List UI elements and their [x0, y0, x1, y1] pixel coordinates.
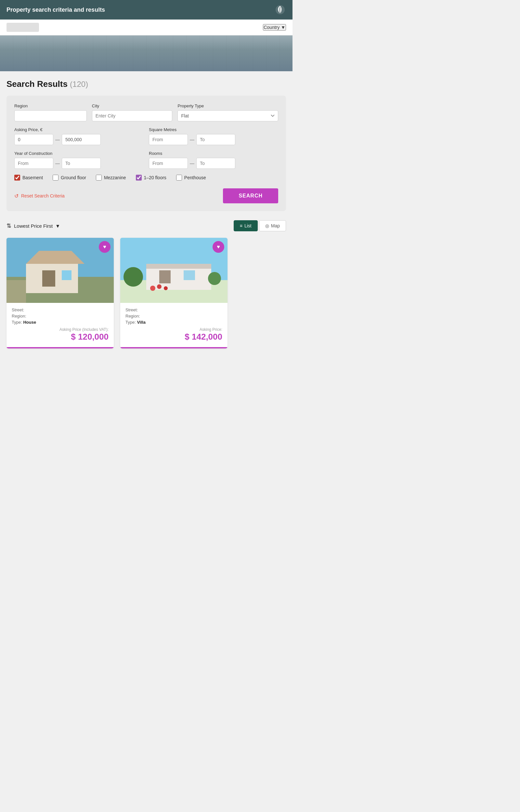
checkbox-basement[interactable]: Basement [14, 175, 43, 180]
card-region: Region: [126, 314, 222, 319]
hero-banner [0, 35, 292, 71]
svg-point-14 [124, 267, 143, 287]
sort-icon: ⇅ [6, 222, 11, 229]
card-image-wrapper: ♥ [120, 238, 228, 303]
price-range-sep: — [55, 137, 60, 142]
city-input[interactable] [92, 110, 173, 121]
rooms-from-input[interactable] [149, 158, 188, 169]
rooms-range-sep: — [190, 161, 194, 166]
svg-rect-13 [184, 270, 195, 280]
card-type: Type: House [12, 320, 108, 325]
sqm-group: Square Metres — [149, 127, 278, 145]
checkbox-mezzanine[interactable]: Mezzanine [96, 175, 126, 180]
region-input[interactable] [14, 110, 87, 121]
card-body: Street: Region: Type: House Asking Price… [6, 303, 114, 347]
asking-price-label: Asking Price, € [14, 127, 144, 132]
svg-rect-11 [146, 264, 211, 269]
checkbox-floors-label: 1–20 floors [144, 175, 166, 180]
leaf-icon [274, 4, 286, 16]
rooms-to-input[interactable] [196, 158, 235, 169]
property-card[interactable]: ♥ Street: Region: Type: Villa Asking Pri… [120, 238, 228, 348]
proptype-group: Property Type Flat House Villa Apartment [178, 103, 278, 121]
checkbox-penthouse[interactable]: Penthouse [176, 175, 206, 180]
checkbox-groundfloor[interactable]: Ground floor [53, 175, 86, 180]
country-selector[interactable]: Country ▼ [263, 24, 286, 30]
view-toggle: ≡ List ◎ Map [234, 220, 286, 231]
card-type: Type: Villa [126, 320, 222, 325]
svg-point-15 [208, 272, 221, 285]
rooms-range: — [149, 158, 278, 169]
search-button[interactable]: SEARCH [223, 188, 278, 203]
checkbox-penthouse-label: Penthouse [184, 175, 206, 180]
city-group: City [92, 103, 173, 121]
card-street: Street: [12, 307, 108, 312]
yoc-from-input[interactable] [14, 158, 53, 169]
yoc-to-input[interactable] [62, 158, 101, 169]
sort-chevron-icon: ▼ [55, 223, 60, 229]
list-view-button[interactable]: ≡ List [234, 220, 258, 231]
rooms-label: Rooms [149, 151, 278, 156]
card-price: $ 142,000 [126, 332, 222, 342]
card-price-label: Asking Price (Includes VAT): [12, 327, 108, 332]
card-bottom-bar [6, 347, 114, 348]
card-body: Street: Region: Type: Villa Asking Price… [120, 303, 228, 347]
proptype-select[interactable]: Flat House Villa Apartment [178, 110, 278, 121]
price-to-input[interactable] [62, 134, 101, 145]
yoc-range-sep: — [55, 161, 60, 166]
card-price-label: Asking Price: [126, 327, 222, 332]
svg-rect-5 [42, 270, 55, 287]
sort-button[interactable]: ⇅ Lowest Price First ▼ [6, 222, 60, 229]
search-row-2: Asking Price, € — Square Metres — [14, 127, 278, 145]
price-from-input[interactable] [14, 134, 53, 145]
reset-icon: ↺ [14, 193, 19, 199]
yoc-range: — [14, 158, 144, 169]
svg-point-16 [150, 286, 155, 291]
checkbox-basement-label: Basement [22, 175, 43, 180]
nav-bar: Country ▼ [0, 20, 292, 35]
sqm-range-sep: — [190, 137, 194, 142]
card-price: $ 120,000 [12, 332, 108, 342]
card-image-wrapper: ♥ [6, 238, 114, 303]
search-row-1: Region City Property Type Flat House Vil… [14, 103, 278, 121]
svg-rect-7 [6, 280, 26, 303]
form-actions: ↺ Reset Search Criteria SEARCH [14, 188, 278, 203]
map-view-button[interactable]: ◎ Map [259, 220, 286, 231]
property-card[interactable]: ♥ Street: Region: Type: House Asking Pri… [6, 238, 114, 348]
svg-rect-6 [62, 270, 72, 280]
list-icon: ≡ [240, 223, 242, 228]
proptype-label: Property Type [178, 103, 278, 108]
rooms-group: Rooms — [149, 151, 278, 169]
property-image [6, 238, 114, 303]
svg-rect-12 [159, 270, 171, 284]
reset-button[interactable]: ↺ Reset Search Criteria [14, 193, 65, 199]
map-icon: ◎ [265, 223, 269, 228]
favorite-button[interactable]: ♥ [212, 241, 224, 253]
region-group: Region [14, 103, 87, 121]
asking-price-group: Asking Price, € — [14, 127, 144, 145]
property-cards-grid: ♥ Street: Region: Type: House Asking Pri… [6, 238, 286, 348]
sqm-range: — [149, 134, 278, 145]
search-row-3: Year of Construction — Rooms — [14, 151, 278, 169]
city-label: City [92, 103, 173, 108]
svg-point-18 [164, 286, 168, 290]
page-title: Property search criteria and results [6, 6, 105, 13]
card-bottom-bar [120, 347, 228, 348]
floor-type-checkboxes: Basement Ground floor Mezzanine 1–20 flo… [14, 175, 278, 180]
top-bar: Property search criteria and results [0, 0, 292, 20]
checkbox-floors[interactable]: 1–20 floors [136, 175, 166, 180]
sort-view-bar: ⇅ Lowest Price First ▼ ≡ List ◎ Map [6, 220, 286, 231]
main-content: Search Results (120) Region City Propert… [0, 71, 292, 356]
sqm-from-input[interactable] [149, 134, 188, 145]
search-results-heading: Search Results (120) [6, 79, 286, 89]
favorite-button[interactable]: ♥ [99, 241, 110, 253]
chevron-down-icon: ▼ [281, 25, 285, 30]
checkbox-groundfloor-label: Ground floor [61, 175, 86, 180]
region-label: Region [14, 103, 87, 108]
checkbox-mezzanine-label: Mezzanine [104, 175, 126, 180]
site-logo [6, 23, 39, 32]
yoc-group: Year of Construction — [14, 151, 144, 169]
search-panel: Region City Property Type Flat House Vil… [6, 96, 286, 211]
sqm-to-input[interactable] [196, 134, 235, 145]
card-street: Street: [126, 307, 222, 312]
card-region: Region: [12, 314, 108, 319]
